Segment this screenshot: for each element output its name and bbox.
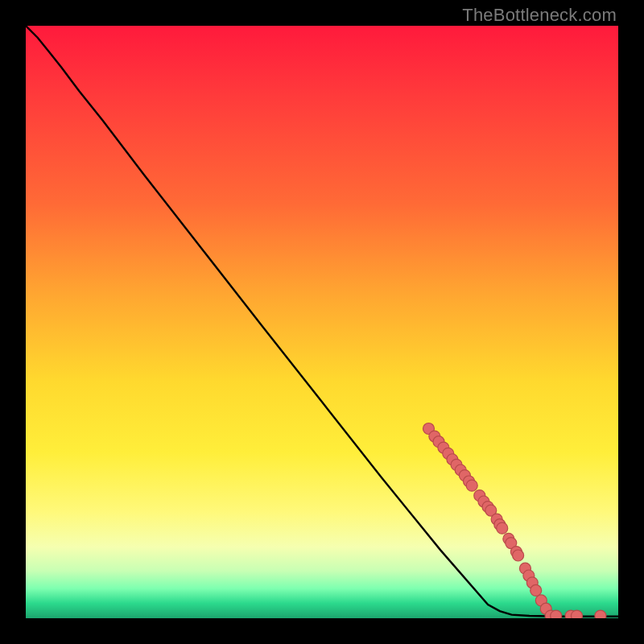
chart-frame bbox=[26, 26, 618, 618]
data-marker bbox=[551, 610, 562, 618]
data-marker bbox=[513, 550, 524, 561]
data-marker bbox=[497, 522, 508, 534]
trend-curve bbox=[26, 26, 618, 617]
watermark-text: TheBottleneck.com bbox=[462, 5, 617, 26]
data-marker bbox=[466, 480, 477, 491]
data-marker bbox=[595, 610, 606, 618]
chart-overlay bbox=[26, 26, 618, 618]
data-marker bbox=[571, 610, 582, 618]
data-marker bbox=[530, 584, 542, 596]
marker-layer bbox=[423, 423, 605, 618]
